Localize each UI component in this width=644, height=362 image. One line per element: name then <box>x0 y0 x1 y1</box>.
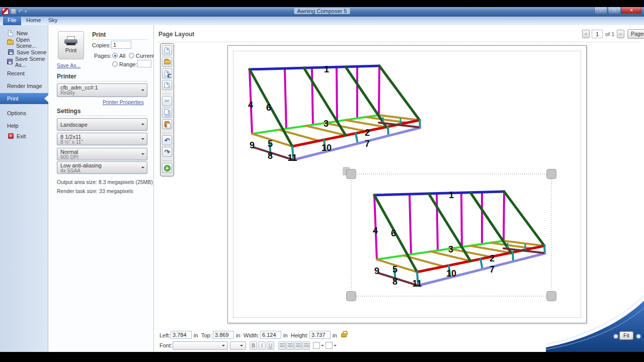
italic-button[interactable]: I <box>258 341 266 350</box>
toolbar-separator <box>163 131 172 133</box>
save-disk-icon <box>7 49 14 55</box>
settings-select-landscape[interactable]: Landscape <box>57 118 147 131</box>
sidebar-item-help[interactable]: Help <box>0 121 48 130</box>
exit-x-icon: ✕ <box>7 133 14 139</box>
toolbar-new-page-button[interactable] <box>162 45 172 55</box>
sidebar-item-options[interactable]: Options <box>0 109 48 117</box>
sidebar-item-label: Open Scene... <box>16 37 48 49</box>
settings-select-low-anti-aliasing[interactable]: Low anti-aliasing4x SSAA <box>57 161 147 174</box>
page-of-label: of 1 <box>605 31 614 37</box>
text-color-swatch[interactable] <box>313 342 320 349</box>
save-as-link[interactable]: Save As... <box>57 62 80 68</box>
page-number-input[interactable] <box>592 30 603 38</box>
fill-color-dropdown-icon[interactable] <box>333 342 337 349</box>
toolbar-page-template-button[interactable]: ★ <box>162 80 172 90</box>
chevron-down-icon <box>222 345 225 348</box>
sidebar-item-new[interactable]: New <box>0 29 48 37</box>
pages-label: Pages: <box>94 53 111 59</box>
window-controls: – □ ✕ <box>594 7 641 14</box>
sidebar-item-recent[interactable]: Recent <box>0 69 48 77</box>
sidebar-item-render-image[interactable]: Render Image <box>0 81 48 90</box>
align-left-icon <box>280 343 285 348</box>
next-page-button[interactable]: > <box>617 30 624 38</box>
settings-select-normal[interactable]: Normal600 DPI <box>57 148 147 160</box>
printer-icon <box>64 36 77 45</box>
print-button[interactable]: Print <box>58 31 84 59</box>
new-document-icon <box>7 30 14 36</box>
pages-all-radio[interactable] <box>112 53 118 58</box>
left-unit: in <box>194 332 198 338</box>
fill-color-swatch[interactable] <box>326 342 333 349</box>
text-color-dropdown-icon[interactable] <box>320 342 325 349</box>
printer-section-divider <box>57 81 147 81</box>
top-input[interactable] <box>213 331 234 339</box>
toolbar-undo-button[interactable]: ↶ <box>162 135 172 145</box>
toolbar-save-page-button[interactable] <box>162 68 172 78</box>
tab-sky[interactable]: Sky <box>44 17 62 25</box>
justify-button[interactable] <box>302 341 310 350</box>
close-button[interactable]: ✕ <box>621 7 641 14</box>
chevron-down-icon <box>240 345 243 348</box>
toolbar-redo-button[interactable]: ↷ <box>162 147 172 157</box>
dropdown-subvalue: 8 ½" x 11" <box>60 140 139 145</box>
prev-page-button[interactable]: < <box>582 30 590 38</box>
qat-dropdown-icon[interactable]: ▾ <box>25 10 27 14</box>
toolbar-separator <box>163 92 172 94</box>
chevron-down-icon <box>141 89 144 93</box>
align-left-button[interactable] <box>278 341 286 350</box>
copies-label: Copies: <box>92 42 111 48</box>
align-right-button[interactable] <box>294 341 302 350</box>
tab-file[interactable]: File <box>3 17 21 25</box>
width-unit: in <box>283 332 288 338</box>
sidebar-item-save-scene-as[interactable]: Save Scene As... <box>0 57 48 66</box>
pages-current-radio[interactable] <box>129 53 134 58</box>
toolbar-paste-button[interactable] <box>162 119 172 129</box>
backstage-view: NewOpen Scene...Save SceneSave Scene As.… <box>0 25 644 352</box>
fit-button[interactable]: Fit <box>619 331 633 340</box>
printer-select[interactable]: cfb_adm_cc#:1 Ready <box>57 83 147 97</box>
undo-icon[interactable]: ↶ <box>18 9 23 14</box>
font-size-select[interactable] <box>230 341 246 350</box>
copies-input[interactable] <box>111 41 131 49</box>
font-label: Font: <box>159 342 172 348</box>
bold-button[interactable]: B <box>250 341 257 350</box>
printer-properties-link[interactable]: Printer Properties <box>103 99 144 105</box>
maximize-button[interactable]: □ <box>608 7 621 14</box>
range-input[interactable] <box>137 60 151 67</box>
awning-composer-window: ↶ ▾ Awning Composer 5 – □ ✕ FileHomeSky … <box>0 0 644 362</box>
letterbox-bottom <box>0 352 644 362</box>
toolbar-cut-button[interactable]: ✂ <box>162 96 172 106</box>
sidebar-item-exit[interactable]: ✕Exit <box>0 132 48 140</box>
height-input[interactable] <box>309 331 331 339</box>
toolbar-open-page-button[interactable] <box>162 57 172 67</box>
zoom-in-icon[interactable]: + <box>635 333 641 339</box>
settings-select-8-1-2x11[interactable]: 8 1/2x118 ½" x 11" <box>57 133 147 145</box>
save-icon[interactable] <box>11 9 16 14</box>
print-section-divider <box>92 39 147 40</box>
align-right-icon <box>296 343 301 348</box>
lock-aspect-icon[interactable] <box>341 333 347 337</box>
sidebar-item-save-scene[interactable]: Save Scene <box>0 48 48 56</box>
toolbar-copy-button[interactable] <box>162 108 172 118</box>
window-title: Awning Composer 5 <box>294 8 350 14</box>
toolbar-add-page-button[interactable]: + <box>162 163 172 173</box>
width-input[interactable] <box>260 331 281 339</box>
underline-button[interactable]: U <box>267 341 274 350</box>
render-task-size: Render task size: 33 megapixels <box>57 188 133 194</box>
quick-access-toolbar: ↶ ▾ <box>2 8 27 15</box>
tab-home[interactable]: Home <box>22 17 45 25</box>
align-center-icon <box>288 343 293 348</box>
toolbar-separator <box>163 158 172 161</box>
font-family-select[interactable] <box>173 341 228 350</box>
render-task-value: 33 megapixels <box>99 188 133 194</box>
align-center-button[interactable] <box>286 341 294 350</box>
sidebar-item-print[interactable]: Print <box>0 93 48 104</box>
print-preview-page[interactable]: 14632795108111463279510811 <box>227 45 587 323</box>
pages-range-radio[interactable] <box>112 61 118 67</box>
sidebar-item-open-scene[interactable]: Open Scene... <box>0 38 48 47</box>
pages-button[interactable]: Pages... <box>627 29 644 39</box>
minimize-button[interactable]: – <box>594 7 607 14</box>
sidebar-item-label: Save Scene As... <box>15 56 48 68</box>
zoom-out-icon[interactable]: - <box>613 333 619 339</box>
left-input[interactable] <box>171 331 192 339</box>
